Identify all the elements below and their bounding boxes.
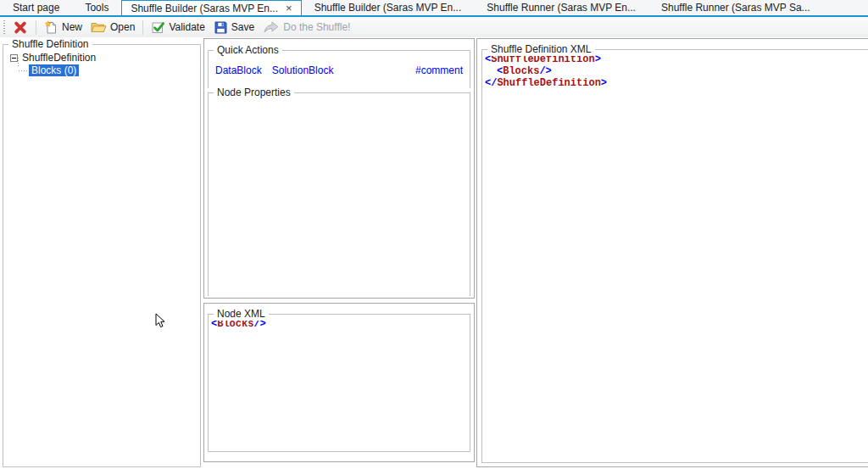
tree-node-shuffledefinition[interactable]: ShuffleDefinition (7, 52, 197, 64)
node-xml-panel: Node XML <Blocks/> (203, 303, 475, 462)
tab-3[interactable]: Shuffle Builder (Saras MVP En... (302, 0, 475, 15)
xml-line: <Blocks/> (485, 65, 868, 77)
quick-actions-links: DataBlock SolutionBlock #comment (215, 64, 463, 76)
tab-label: Shuffle Builder (Saras MVP En... (314, 2, 462, 14)
validate-button[interactable]: Validate (147, 19, 209, 36)
tab-4[interactable]: Shuffle Runner (Saras MVP En... (474, 0, 648, 15)
tree-connector (18, 58, 19, 68)
node-editor-panel: Quick Actions DataBlock SolutionBlock #c… (203, 38, 475, 299)
app-window: { "tabs": [ {"label": "Start page", "act… (0, 0, 868, 469)
validate-check-icon (151, 20, 165, 35)
xml-line: </ShuffleDefinition> (485, 77, 868, 89)
toolbar: New Open Validate Save (0, 17, 868, 37)
tab-label: Shuffle Builder (Saras MVP En... (131, 3, 278, 14)
delete-button[interactable] (8, 19, 32, 36)
node-properties-title: Node Properties (214, 87, 294, 99)
node-xml-title: Node XML (214, 308, 269, 321)
definition-xml-group: Shuffle Definition XML <ShuffleDefinitio… (481, 49, 868, 463)
definition-xml-content[interactable]: <ShuffleDefinition><Blocks/></ShuffleDef… (482, 50, 868, 92)
definition-xml-panel: Shuffle Definition XML <ShuffleDefinitio… (476, 38, 868, 467)
tree-node-label-selected[interactable]: Blocks (0) (29, 64, 79, 76)
collapse-icon[interactable] (10, 54, 18, 62)
tree-panel-title: Shuffle Definition (8, 38, 92, 51)
save-floppy-icon (214, 20, 228, 35)
shuffle-arrow-icon (263, 20, 280, 34)
shuffle-definition-tree: ShuffleDefinition Blocks (0) (7, 52, 197, 76)
solutionblock-link[interactable]: SolutionBlock (272, 64, 334, 76)
tab-label: Shuffle Runner (Saras MVP En... (487, 2, 636, 14)
definition-xml-title: Shuffle Definition XML (487, 43, 595, 56)
datablock-link[interactable]: DataBlock (215, 64, 262, 76)
tree-node-label: ShuffleDefinition (22, 52, 96, 64)
tree-connector (19, 70, 29, 71)
do-the-shuffle-label: Do the Shuffle! (283, 21, 350, 33)
tab-strip: Start pageToolsShuffle Builder (Saras MV… (0, 0, 868, 15)
toolbar-separator (142, 20, 143, 35)
save-button[interactable]: Save (209, 19, 259, 36)
new-button[interactable]: New (40, 19, 86, 36)
new-button-label: New (62, 21, 82, 33)
quick-actions-group: Quick Actions DataBlock SolutionBlock #c… (208, 50, 470, 88)
tab-5[interactable]: Shuffle Runner (Saras MVP Sa... (648, 0, 823, 15)
tab-label: Tools (85, 2, 108, 14)
tab-1[interactable]: Tools (72, 0, 121, 15)
node-xml-group: Node XML <Blocks/> (208, 314, 470, 452)
quick-actions-title: Quick Actions (214, 44, 282, 57)
validate-button-label: Validate (169, 21, 204, 33)
open-button-label: Open (110, 21, 135, 33)
save-button-label: Save (231, 21, 254, 33)
tab-label: Start page (13, 2, 59, 14)
do-the-shuffle-button[interactable]: Do the Shuffle! (259, 19, 354, 36)
mouse-cursor (155, 313, 165, 332)
tree-node-blocks[interactable]: Blocks (0) (7, 64, 197, 76)
toolbar-separator (36, 20, 36, 35)
tab-close-icon[interactable]: × (286, 4, 292, 13)
toolbar-grip[interactable] (3, 20, 5, 34)
delete-icon (13, 20, 28, 35)
tab-2[interactable]: Shuffle Builder (Saras MVP En...× (121, 0, 301, 15)
open-button[interactable]: Open (86, 20, 139, 36)
shuffle-definition-tree-panel: Shuffle Definition ShuffleDefinition Blo… (3, 44, 201, 467)
new-document-icon (44, 20, 58, 35)
open-folder-icon (91, 21, 107, 34)
node-properties-group: Node Properties (208, 92, 470, 296)
comment-link[interactable]: #comment (415, 64, 463, 76)
tab-0[interactable]: Start page (0, 0, 72, 15)
tab-label: Shuffle Runner (Saras MVP Sa... (661, 2, 810, 14)
